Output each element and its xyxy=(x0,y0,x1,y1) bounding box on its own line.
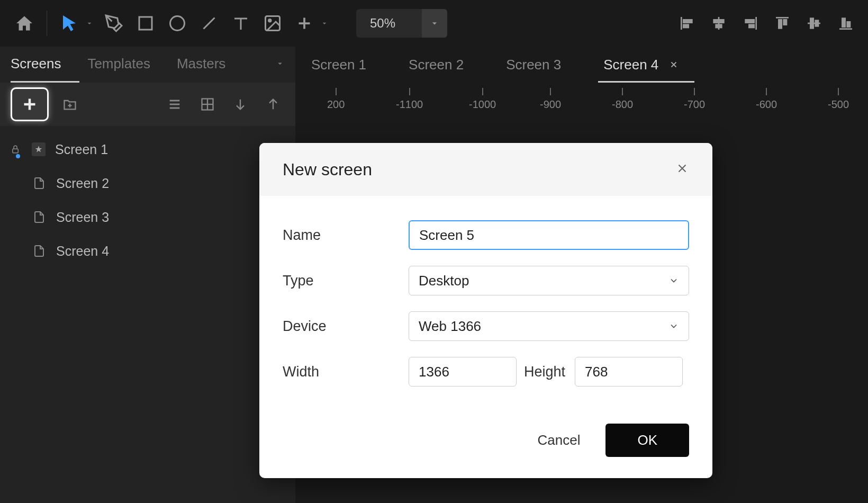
screen-item-label: Screen 3 xyxy=(56,210,109,225)
panel-toolbar xyxy=(0,83,295,126)
width-label: Width xyxy=(283,364,409,380)
width-input[interactable] xyxy=(409,357,517,387)
dialog-body: Name Type Desktop Device Web 1366 Width … xyxy=(259,196,712,413)
zoom-control[interactable]: 50% xyxy=(356,9,447,38)
zoom-dropdown-icon[interactable] xyxy=(422,9,447,38)
svg-line-2 xyxy=(204,18,215,29)
ellipse-tool-icon[interactable] xyxy=(164,10,191,37)
align-top-icon[interactable] xyxy=(771,12,794,35)
new-screen-dialog: New screen Name Type Desktop Device Web … xyxy=(259,143,712,478)
screen-item-label: Screen 2 xyxy=(56,176,109,191)
add-tool-dropdown-icon[interactable] xyxy=(320,19,331,28)
align-right-icon[interactable] xyxy=(739,12,762,35)
tab-screens[interactable]: Screens xyxy=(11,56,61,74)
svg-point-1 xyxy=(170,16,185,31)
svg-rect-19 xyxy=(816,21,818,26)
ok-button[interactable]: OK xyxy=(605,424,689,457)
close-icon[interactable] xyxy=(675,161,689,177)
add-tool-icon[interactable] xyxy=(291,10,318,37)
add-screen-button[interactable] xyxy=(11,87,49,121)
tab-masters[interactable]: Masters xyxy=(177,56,225,74)
text-tool-icon[interactable] xyxy=(227,10,255,37)
page-icon xyxy=(32,210,47,224)
svg-rect-13 xyxy=(749,25,754,28)
screen-item-label: Screen 4 xyxy=(56,244,109,259)
lock-icon xyxy=(11,142,22,157)
type-label: Type xyxy=(283,273,409,289)
svg-rect-9 xyxy=(714,20,724,22)
align-center-v-icon[interactable] xyxy=(802,12,826,35)
dialog-header: New screen xyxy=(259,143,712,196)
close-icon[interactable] xyxy=(669,57,679,73)
svg-rect-12 xyxy=(746,20,754,22)
screen-list: Screen 1 Screen 2 Screen 3 Screen 4 xyxy=(0,126,295,274)
dialog-footer: Cancel OK xyxy=(259,413,712,478)
select-tool-icon[interactable] xyxy=(56,10,83,37)
line-tool-icon[interactable] xyxy=(195,10,223,37)
svg-rect-21 xyxy=(842,19,845,27)
home-icon[interactable] xyxy=(11,10,38,37)
device-label: Device xyxy=(283,318,409,335)
divider xyxy=(47,11,47,36)
align-group xyxy=(675,12,857,35)
align-bottom-icon[interactable] xyxy=(834,12,857,35)
tab-templates[interactable]: Templates xyxy=(87,56,150,74)
canvas-tab[interactable]: Screen 4 xyxy=(603,57,679,73)
list-view-icon[interactable] xyxy=(163,93,186,116)
canvas-tab[interactable]: Screen 3 xyxy=(506,57,561,73)
svg-rect-0 xyxy=(139,17,152,30)
ruler: 200 -1100 -1000 -900 -800 -700 -600 -500 xyxy=(295,88,868,114)
align-left-icon[interactable] xyxy=(675,12,699,35)
screen-item[interactable]: Screen 1 xyxy=(0,132,295,166)
rectangle-tool-icon[interactable] xyxy=(132,10,159,37)
page-icon xyxy=(32,244,47,258)
select-tool-dropdown-icon[interactable] xyxy=(85,19,96,28)
svg-rect-22 xyxy=(847,22,850,26)
svg-rect-15 xyxy=(779,20,781,28)
pen-tool-icon[interactable] xyxy=(100,10,128,37)
svg-rect-16 xyxy=(784,20,786,24)
device-select[interactable]: Web 1366 xyxy=(409,311,689,341)
panel-tabs: Screens Templates Masters xyxy=(0,47,295,83)
align-center-h-icon[interactable] xyxy=(707,12,730,35)
star-icon[interactable] xyxy=(32,142,46,156)
panel-tabs-dropdown-icon[interactable] xyxy=(275,59,285,70)
page-icon xyxy=(32,176,47,191)
svg-rect-6 xyxy=(683,20,692,22)
svg-rect-7 xyxy=(683,25,688,28)
height-input[interactable] xyxy=(575,357,683,387)
image-tool-icon[interactable] xyxy=(259,10,286,37)
canvas-tab[interactable]: Screen 1 xyxy=(311,57,366,73)
svg-rect-29 xyxy=(13,149,19,153)
sort-up-icon[interactable] xyxy=(261,93,285,116)
cancel-button[interactable]: Cancel xyxy=(528,425,590,456)
grid-view-icon[interactable] xyxy=(196,93,219,116)
svg-rect-18 xyxy=(810,19,813,29)
name-label: Name xyxy=(283,227,409,244)
height-label: Height xyxy=(524,364,565,380)
canvas-tab[interactable]: Screen 2 xyxy=(409,57,464,73)
add-folder-icon[interactable] xyxy=(58,93,82,116)
canvas-tabs: Screen 1 Screen 2 Screen 3 Screen 4 xyxy=(295,47,868,83)
top-toolbar: 50% xyxy=(0,0,868,47)
status-dot xyxy=(16,154,20,158)
svg-point-4 xyxy=(269,20,272,22)
zoom-value: 50% xyxy=(356,16,422,31)
screen-item[interactable]: Screen 2 xyxy=(0,166,295,200)
screen-item[interactable]: Screen 3 xyxy=(0,200,295,234)
dialog-title: New screen xyxy=(283,160,372,179)
type-select[interactable]: Desktop xyxy=(409,266,689,295)
screen-item[interactable]: Screen 4 xyxy=(0,234,295,268)
sort-down-icon[interactable] xyxy=(229,93,252,116)
left-panel: Screens Templates Masters xyxy=(0,47,295,503)
screen-item-label: Screen 1 xyxy=(55,142,108,157)
name-input[interactable] xyxy=(409,220,689,250)
svg-rect-10 xyxy=(716,25,722,28)
